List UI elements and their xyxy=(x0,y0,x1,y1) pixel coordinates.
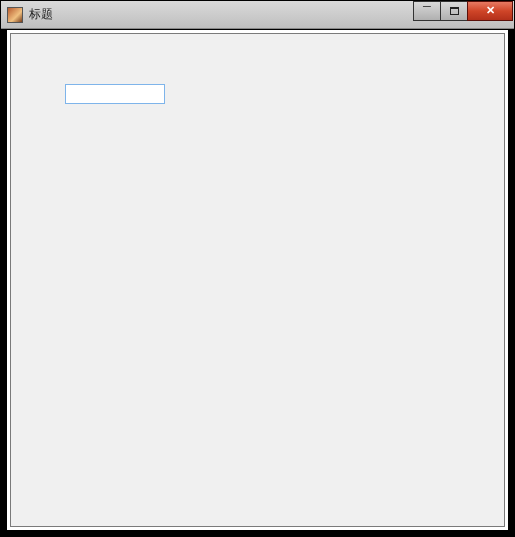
window-frame: 标题 ─ ✕ xyxy=(0,0,515,537)
minimize-icon: ─ xyxy=(423,1,431,12)
app-icon xyxy=(7,7,23,23)
maximize-button[interactable] xyxy=(440,1,468,21)
titlebar[interactable]: 标题 ─ ✕ xyxy=(1,1,514,29)
window-controls: ─ ✕ xyxy=(414,1,513,21)
client-area xyxy=(10,33,505,527)
minimize-button[interactable]: ─ xyxy=(413,1,441,21)
client-frame xyxy=(6,29,509,531)
close-icon: ✕ xyxy=(486,5,495,16)
window-title: 标题 xyxy=(29,6,414,23)
close-button[interactable]: ✕ xyxy=(467,1,513,21)
text-input[interactable] xyxy=(65,84,165,104)
maximize-icon xyxy=(450,7,459,15)
